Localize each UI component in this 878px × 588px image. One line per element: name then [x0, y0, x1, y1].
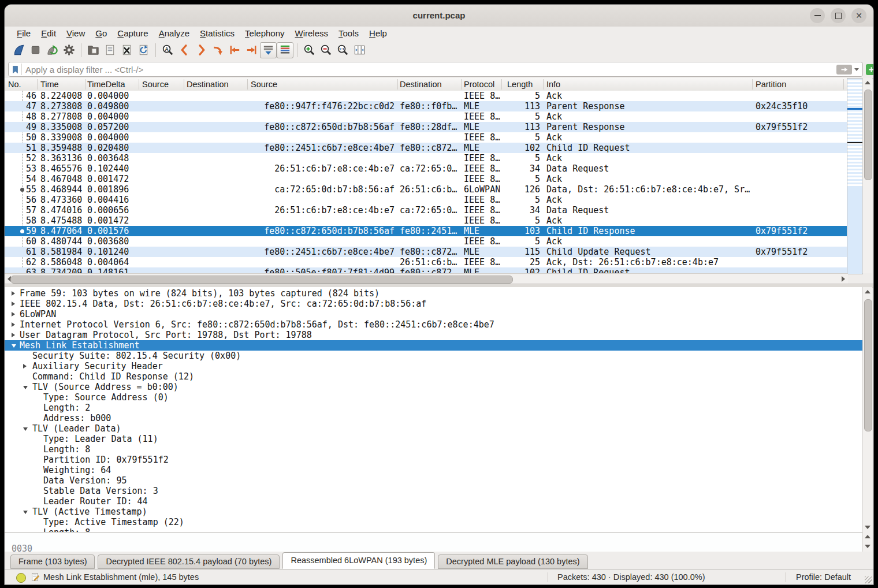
- detail-line[interactable]: Data Version: 95: [5, 475, 864, 486]
- packet-row-46[interactable]: 468.2240080.004000IEEE 8…5Ack: [5, 91, 848, 101]
- apply-filter-button[interactable]: [836, 65, 852, 75]
- packet-row-61[interactable]: 618.5819840.101240fe80::2451:c6b7:e8ce:4…: [5, 247, 848, 257]
- next-packet-icon[interactable]: [193, 42, 210, 58]
- menu-go[interactable]: Go: [90, 28, 112, 38]
- expand-arrow-icon[interactable]: [12, 333, 15, 337]
- detail-line[interactable]: TLV (Source Address = b0:00): [5, 382, 864, 392]
- column-header-source-5[interactable]: Source: [251, 78, 277, 91]
- detail-line[interactable]: Length: 2: [5, 403, 864, 413]
- expert-info-icon[interactable]: [16, 573, 26, 583]
- column-header-time-1[interactable]: Time: [40, 78, 59, 91]
- zoom-in-icon[interactable]: [301, 42, 318, 58]
- resize-grip[interactable]: [865, 576, 872, 583]
- menu-telephony[interactable]: Telephony: [240, 28, 289, 38]
- previous-packet-icon[interactable]: [176, 42, 193, 58]
- packet-row-58[interactable]: 588.4754880.001472IEEE 8…5Ack: [5, 215, 848, 226]
- packet-row-59[interactable]: 598.4770640.001576fe80::c872:650d:b7b8:5…: [5, 226, 848, 236]
- menu-file[interactable]: File: [12, 28, 36, 38]
- resize-columns-icon[interactable]: [351, 42, 368, 58]
- packet-row-60[interactable]: 608.4807440.003680IEEE 8…5Ack: [5, 236, 848, 247]
- capture-options-icon[interactable]: [61, 42, 77, 58]
- column-header-protocol-7[interactable]: Protocol: [464, 78, 494, 91]
- go-to-packet-icon[interactable]: [210, 42, 226, 58]
- menu-statistics[interactable]: Statistics: [195, 28, 240, 38]
- expand-arrow-icon[interactable]: [12, 302, 15, 306]
- expand-arrow-icon[interactable]: [12, 312, 15, 317]
- expand-arrow-icon[interactable]: [23, 364, 27, 369]
- detail-line[interactable]: Stable Data Version: 3: [5, 486, 864, 496]
- titlebar[interactable]: current.pcap ✕: [5, 5, 873, 27]
- packet-row-47[interactable]: 478.2738080.049800fe80::947f:f476:22bc:c…: [5, 101, 848, 111]
- packet-row-48[interactable]: 488.2778080.004000IEEE 8…5Ack: [5, 111, 848, 122]
- bookmark-icon[interactable]: [9, 64, 22, 75]
- expand-arrow-icon[interactable]: [12, 291, 15, 296]
- capture-comments-icon[interactable]: [30, 572, 40, 582]
- detail-line[interactable]: Length: 8: [5, 527, 864, 532]
- add-filter-button[interactable]: [866, 64, 873, 75]
- intelligent-scrollbar-minimap[interactable]: [847, 78, 863, 274]
- packet-row-49[interactable]: 498.3350080.057200fe80::c872:650d:b7b8:5…: [5, 122, 848, 132]
- menu-help[interactable]: Help: [364, 28, 392, 38]
- bytes-tab-0[interactable]: Frame (103 bytes): [10, 554, 95, 569]
- display-filter-input[interactable]: [22, 65, 836, 75]
- hex-row[interactable]: 0030 00 15 0d 00 00 00 00 00 00 00 01 75…: [5, 534, 36, 544]
- close-file-icon[interactable]: [118, 42, 135, 58]
- detail-line[interactable]: Leader Router ID: 44: [5, 496, 864, 507]
- close-button[interactable]: ✕: [851, 8, 866, 23]
- display-filter-box[interactable]: [8, 62, 863, 77]
- packet-row-63[interactable]: 638.7342090.148161fe80::505e:f807:7f81:4…: [5, 267, 848, 273]
- scroll-right-button[interactable]: [839, 274, 848, 284]
- detail-line[interactable]: Length: 8: [5, 444, 864, 455]
- stop-capture-icon[interactable]: [27, 42, 44, 58]
- save-file-icon[interactable]: [102, 42, 118, 58]
- restart-capture-icon[interactable]: [44, 42, 61, 58]
- packet-row-56[interactable]: 568.4733600.004416IEEE 8…5Ack: [5, 195, 848, 205]
- menu-analyze[interactable]: Analyze: [154, 28, 195, 38]
- column-header-timedelta-2[interactable]: TimeDelta: [87, 78, 125, 91]
- detail-line[interactable]: Address: b000: [5, 413, 864, 423]
- zoom-out-icon[interactable]: [318, 42, 334, 58]
- find-packet-icon[interactable]: A: [159, 42, 176, 58]
- scroll-down-button[interactable]: [863, 523, 872, 532]
- column-header-no-0[interactable]: No.: [8, 78, 21, 91]
- packet-row-52[interactable]: 528.3631360.003648IEEE 8…5Ack: [5, 153, 848, 163]
- detail-line[interactable]: 6LoWPAN: [5, 309, 864, 319]
- menu-view[interactable]: View: [61, 28, 90, 38]
- detail-line[interactable]: Partition ID: 0x79f551f2: [5, 455, 864, 465]
- column-header-info-9[interactable]: Info: [546, 78, 560, 91]
- maximize-button[interactable]: [831, 8, 846, 23]
- scroll-thumb[interactable]: [864, 299, 872, 431]
- detail-line[interactable]: TLV (Active Timestamp): [5, 507, 864, 517]
- details-vscrollbar[interactable]: [862, 287, 872, 532]
- colorize-icon[interactable]: [277, 42, 293, 58]
- detail-line[interactable]: Mesh Link Establishment: [5, 340, 864, 351]
- detail-line[interactable]: Frame 59: 103 bytes on wire (824 bits), …: [5, 288, 864, 299]
- zoom-original-icon[interactable]: 1:1: [334, 42, 351, 58]
- hscroll-thumb[interactable]: [10, 276, 513, 284]
- first-packet-icon[interactable]: [226, 42, 243, 58]
- menu-capture[interactable]: Capture: [112, 28, 153, 38]
- bytes-tab-2[interactable]: Reassembled 6LoWPAN (193 bytes): [282, 552, 435, 569]
- status-profile[interactable]: Profile: Default: [796, 570, 851, 585]
- detail-line[interactable]: Command: Child ID Response (12): [5, 371, 864, 382]
- minimize-button[interactable]: [810, 8, 825, 23]
- packet-row-57[interactable]: 578.4740160.00065626:51:c6:b7:e8:ce:4b:e…: [5, 205, 848, 215]
- packet-row-51[interactable]: 518.3594880.020480fe80::2451:c6b7:e8ce:4…: [5, 143, 848, 153]
- bytes-vscrollbar[interactable]: [862, 532, 872, 552]
- detail-line[interactable]: Weighting: 64: [5, 465, 864, 475]
- collapse-arrow-icon[interactable]: [23, 427, 28, 431]
- reload-file-icon[interactable]: [135, 42, 152, 58]
- scroll-down-button[interactable]: [863, 542, 872, 551]
- start-capture-icon[interactable]: [10, 42, 27, 58]
- menu-tools[interactable]: Tools: [333, 28, 364, 38]
- column-header-partition-10[interactable]: Partition: [756, 78, 786, 91]
- detail-line[interactable]: User Datagram Protocol, Src Port: 19788,…: [5, 330, 864, 340]
- packet-row-54[interactable]: 548.4670480.001472IEEE 8…5Ack: [5, 174, 848, 184]
- scroll-up-button[interactable]: [863, 287, 872, 296]
- filter-history-dropdown-icon[interactable]: [854, 68, 859, 71]
- menu-wireless[interactable]: Wireless: [290, 28, 334, 38]
- menu-edit[interactable]: Edit: [36, 28, 61, 38]
- detail-line[interactable]: TLV (Leader Data): [5, 423, 864, 434]
- detail-line[interactable]: Auxiliary Security Header: [5, 361, 864, 371]
- bytes-tab-1[interactable]: Decrypted IEEE 802.15.4 payload (70 byte…: [98, 554, 280, 569]
